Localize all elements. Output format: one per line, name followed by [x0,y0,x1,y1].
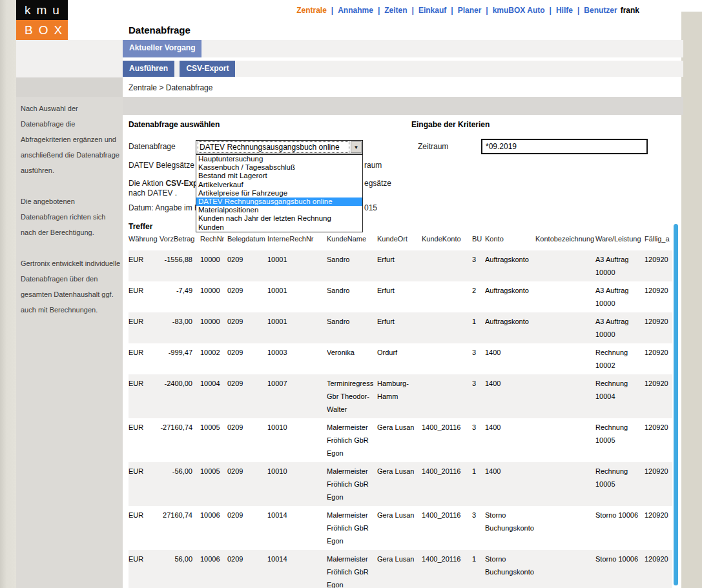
table-cell: 0209 [227,509,267,547]
dropdown-option[interactable]: Hauptuntersuchung [196,155,362,163]
datenabfrage-select[interactable]: DATEV Rechnungsausgangsbuch online ▼ [196,140,363,154]
table-cell: 120920 [645,253,672,279]
description-line3: nach DATEV . [129,188,177,198]
table-cell: 10002 [200,346,227,372]
page-title: Datenabfrage [129,25,191,35]
csv-export-button[interactable]: CSV-Export [180,61,235,77]
table-cell: -1556,88 [160,253,200,279]
nav-item-einkauf[interactable]: Einkauf [418,6,446,15]
nav-item-zeiten[interactable]: Zeiten [384,6,407,15]
table-row: EUR-2400,0010004020910007Terminiregress … [129,374,672,418]
column-header: Kontobezeichnung [535,235,595,243]
table-cell [535,315,595,341]
sidebar-paragraph: Gertronix entwickelt individuelle Datena… [21,256,122,318]
breadcrumb: Zentrale > Datenabfrage [129,83,212,92]
table-row: EUR27160,7410006020910014Malermeister Fr… [129,506,672,550]
nav-item-annahme[interactable]: Annahme [338,6,373,15]
table-cell: Auftragskonto [485,253,535,279]
table-cell: Rechnung 10005 [595,421,645,460]
datenabfrage-label: Datenabfrage [129,142,176,151]
zeitraum-label: Zeitraum [418,142,448,151]
sidebar-band-mid [16,77,123,97]
sidebar-paragraph: Die angebotenen Datenabfragen richten si… [21,194,122,240]
table-cell: 120920 [645,284,672,310]
column-header: Konto [485,235,535,243]
table-cell: Gera Lusan [377,509,422,547]
sidebar-paragraph: Nach Auswahl der Datenabfrage die Abfrag… [21,101,122,178]
description-line2-right: egsätze [364,179,391,188]
column-header: Belegdatum [227,235,267,243]
kmubox-logo-box[interactable]: BOX [16,20,68,40]
column-header: KundeName [327,235,377,243]
nav-item-zentrale[interactable]: Zentrale [296,6,327,15]
description-line1-left: DATEV Belegsätze fak [129,161,197,170]
table-cell: 10007 [267,377,327,416]
dropdown-option[interactable]: Kunden nach Jahr der letzten Rechnung [196,214,362,223]
nav-separator: | [486,6,488,15]
table-cell: 0209 [227,553,267,588]
table-cell: 10003 [267,346,327,372]
dropdown-option[interactable]: Kunden [196,223,362,232]
column-header: RechNr [200,235,227,243]
breadcrumb-separator: > [159,83,163,92]
table-cell: 120920 [645,465,672,503]
nav-item-hilfe[interactable]: Hilfe [556,6,573,15]
aktueller-vorgang-button[interactable]: Aktueller Vorgang [123,40,201,57]
table-cell: EUR [129,346,160,372]
chevron-down-icon[interactable]: ▼ [351,141,362,153]
table-cell: 3 [472,346,485,372]
ausfuehren-button[interactable]: Ausführen [123,61,174,77]
table-row: EUR-1556,8810000020910001SandroErfurt3Au… [129,250,672,281]
column-header: Währung [129,235,160,243]
table-cell: 2 [472,284,485,310]
nav-item-benutzer[interactable]: Benutzer [584,6,617,15]
table-cell: Erfurt [377,315,422,341]
selected-option-text: DATEV Rechnungsausgangsbuch online [198,141,349,153]
kmubox-logo[interactable]: kmu [16,0,68,20]
table-cell: 120920 [645,421,672,460]
table-cell: Storno Buchungskonto [485,553,535,588]
nav-item-planer[interactable]: Planer [458,6,482,15]
zeitraum-input[interactable] [481,139,648,154]
table-cell: -56,00 [160,465,200,503]
table-cell: 10006 [200,509,227,547]
table-cell: 10001 [267,284,327,310]
table-cell: 1400_20116 [422,509,472,547]
nav-item-kmubox-auto[interactable]: kmuBOX Auto [493,6,545,15]
separator-band [123,97,683,115]
table-cell: Erfurt [377,284,422,310]
table-cell: 0209 [227,253,267,279]
breadcrumb-parent[interactable]: Zentrale [129,83,157,92]
sidebar-help-text: Nach Auswahl der Datenabfrage die Abfrag… [21,101,122,333]
vertical-scrollbar-thumb[interactable] [674,224,678,585]
dropdown-option[interactable]: DATEV Rechnungsausgangsbuch online [196,198,362,206]
table-cell: 1400 [485,377,535,416]
dropdown-option[interactable]: Bestand mit Lagerort [196,172,362,180]
sidebar-band-upper [16,40,123,77]
dropdown-option[interactable]: Kassenbuch / Tagesabschluß [196,163,362,172]
table-cell: 10006 [200,553,227,588]
table-cell: 1400_20116 [422,421,472,460]
table-cell: Storno Buchungskonto [485,509,535,547]
left-edge-strip [0,0,16,588]
table-cell [535,465,595,503]
table-cell: Gera Lusan [377,465,422,503]
dropdown-option[interactable]: Materialpositionen [196,206,362,214]
right-edge-strip [681,12,702,588]
table-cell: 3 [472,421,485,460]
nav-separator: | [577,6,579,15]
dropdown-option[interactable]: Artikelpreise für Fahrzeuge [196,189,362,198]
table-cell: 10000 [200,315,227,341]
table-cell: Storno 10006 [595,553,645,588]
table-cell: 1400 [485,421,535,460]
table-cell: 1400_20116 [422,553,472,588]
column-header: KundeKonto [422,235,472,243]
table-cell [422,284,472,310]
table-cell: 0209 [227,465,267,503]
table-cell: -83,00 [160,315,200,341]
datenabfrage-dropdown-list: HauptuntersuchungKassenbuch / Tagesabsch… [196,154,363,232]
dropdown-option[interactable]: Artikelverkauf [196,181,362,189]
table-cell: EUR [129,465,160,503]
nav-separator: | [378,6,380,15]
table-cell: Malermeister Fröhlich GbR Egon [327,553,377,588]
